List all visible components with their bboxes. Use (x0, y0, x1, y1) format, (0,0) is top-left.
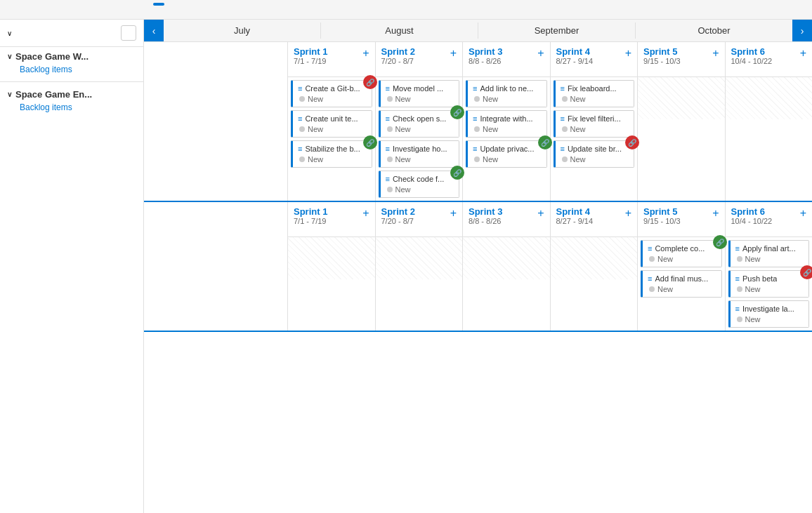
card-0-0-2[interactable]: 🔗 ≡ Stabilize the b... New (291, 140, 372, 168)
card-title-0-1-2: Investigate ho... (393, 145, 447, 153)
sprint-col-1-5: Sprint 6 10/4 - 10/22 + ≡ Apply final ar… (726, 202, 813, 331)
sprint-header-0-4: Sprint 5 9/15 - 10/3 + (638, 42, 725, 77)
sidebar-collapse-button[interactable] (121, 25, 136, 41)
sprint-add-button-0-4[interactable]: + (712, 48, 719, 59)
sprint-col-0-3: Sprint 4 8/27 - 9/14 + ≡ Fix leaboard...… (551, 42, 639, 201)
sprint-info-0-2: Sprint 3 8/8 - 8/26 (469, 46, 537, 65)
card-1-5-0[interactable]: ≡ Apply final art... New (728, 240, 810, 267)
sidebar-team-name-0[interactable]: ∨ Space Game W... (7, 51, 136, 62)
card-0-3-1[interactable]: ≡ Fix level filteri... New (554, 110, 635, 138)
sprint-header-1-2: Sprint 3 8/8 - 8/26 + (463, 202, 550, 237)
sprint-add-button-1-0[interactable]: + (362, 208, 369, 219)
team-row-0: Sprint 1 7/1 - 7/19 + 🔗 ≡ Create a Git-b… (144, 42, 812, 202)
prev-month-button[interactable]: ‹ (144, 20, 164, 41)
sprint-header-0-5: Sprint 6 10/4 - 10/22 + (726, 42, 813, 77)
card-title-row-1-4-1: ≡ Add final mus... (648, 274, 716, 283)
sprint-add-button-0-2[interactable]: + (537, 48, 544, 59)
sprint-col-0-2: Sprint 3 8/8 - 8/26 + ≡ Add link to ne..… (463, 42, 551, 201)
team-row-label-1 (144, 202, 288, 331)
sprint-add-button-0-0[interactable]: + (362, 48, 369, 59)
card-icon-1-5-2: ≡ (735, 305, 740, 313)
card-0-1-1[interactable]: 🔗 ≡ Check open s... New (379, 110, 460, 138)
sprint-name-1-4: Sprint 5 (643, 206, 712, 217)
card-icon-0-2-0: ≡ (473, 84, 477, 93)
card-title-row-0-0-1: ≡ Create unit te... (298, 114, 367, 123)
main-layout: ∨ ∨ Space Game W... Backlog items ∨ Spac… (0, 20, 812, 513)
card-1-4-1[interactable]: ≡ Add final mus... New (641, 270, 722, 298)
sprint-header-1-5: Sprint 6 10/4 - 10/22 + (726, 202, 813, 237)
card-title-1-5-0: Apply final art... (742, 244, 796, 253)
card-status-1-4-0: New (648, 255, 716, 263)
status-dot-0-1-3 (387, 187, 393, 192)
sidebar-team-collapse-icon-1: ∨ (7, 91, 12, 98)
card-0-3-0[interactable]: ≡ Fix leaboard... New (554, 80, 635, 107)
status-dot-0-0-0 (299, 96, 305, 102)
today-badge (153, 3, 164, 6)
card-1-4-0[interactable]: 🔗 ≡ Complete co... New (641, 240, 722, 267)
status-text-0-1-1: New (395, 125, 411, 133)
sprint-add-button-0-5[interactable]: + (800, 48, 806, 59)
status-text-1-5-1: New (745, 285, 761, 293)
sprint-dates-0-3: 8/27 - 9/14 (556, 57, 625, 65)
link-badge-0-0-0: 🔗 (363, 75, 377, 89)
card-status-0-1-3: New (386, 185, 454, 194)
card-status-0-1-1: New (386, 125, 454, 133)
sprint-add-button-0-3[interactable]: + (625, 48, 631, 59)
sprints-container-1: Sprint 1 7/1 - 7/19 + Sprint 2 7/20 - 8/… (288, 202, 812, 331)
sprint-name-0-2: Sprint 3 (469, 46, 537, 57)
card-0-1-2[interactable]: ≡ Investigate ho... New (379, 140, 460, 168)
card-status-0-1-0: New (386, 95, 454, 103)
card-icon-0-1-3: ≡ (386, 175, 390, 183)
sidebar-backlog-0[interactable]: Backlog items (7, 65, 136, 74)
sprint-cards-1-3 (551, 237, 638, 279)
card-0-3-2[interactable]: 🔗 ≡ Update site br... New (554, 140, 635, 168)
sprint-add-button-1-5[interactable]: + (800, 208, 806, 219)
card-0-2-1[interactable]: ≡ Integrate with... New (466, 110, 547, 138)
sprint-col-1-3: Sprint 4 8/27 - 9/14 + (551, 202, 639, 331)
card-title-0-2-2: Update privac... (480, 145, 534, 153)
card-0-1-3[interactable]: 🔗 ≡ Check code f... New (379, 171, 460, 198)
sprint-info-0-4: Sprint 5 9/15 - 10/3 (643, 46, 712, 65)
status-text-0-1-2: New (395, 155, 411, 164)
card-title-row-0-0-0: ≡ Create a Git-b... (298, 84, 367, 93)
card-0-0-1[interactable]: ≡ Create unit te... New (291, 110, 372, 138)
sprint-cards-0-2: ≡ Add link to ne... New ≡ Integrate with… (463, 77, 550, 171)
card-1-5-2[interactable]: ≡ Investigate la... New (728, 300, 810, 328)
card-0-2-2[interactable]: 🔗 ≡ Update privac... New (466, 140, 547, 168)
sprint-header-1-4: Sprint 5 9/15 - 10/3 + (638, 202, 725, 237)
sprint-col-1-4: Sprint 5 9/15 - 10/3 + 🔗 ≡ Complete co..… (638, 202, 726, 331)
card-title-row-1-5-0: ≡ Apply final art... (735, 244, 804, 253)
card-title-0-1-3: Check code f... (393, 175, 444, 183)
sprint-dates-1-1: 7/20 - 8/7 (381, 217, 450, 225)
card-title-row-0-1-1: ≡ Check open s... (386, 114, 454, 123)
status-text-0-3-0: New (570, 95, 586, 103)
card-title-1-5-2: Investigate la... (742, 305, 794, 313)
sidebar-team-name-1[interactable]: ∨ Space Game En... (7, 89, 136, 100)
sprint-add-button-1-3[interactable]: + (625, 208, 631, 219)
card-icon-0-0-2: ≡ (298, 145, 302, 153)
month-cells: JulyAugustSeptemberOctober (164, 22, 792, 39)
status-dot-0-3-0 (562, 96, 568, 102)
sprint-dates-0-5: 10/4 - 10/22 (731, 57, 800, 65)
sprint-cards-0-1: ≡ Move model ... New 🔗 ≡ Check open s...… (376, 77, 463, 201)
card-0-0-0[interactable]: 🔗 ≡ Create a Git-b... New (291, 80, 372, 107)
status-text-0-2-1: New (483, 125, 498, 133)
next-month-button[interactable]: › (792, 20, 812, 41)
card-0-2-0[interactable]: ≡ Add link to ne... New (466, 80, 547, 107)
sprint-name-0-3: Sprint 4 (556, 46, 625, 57)
sprint-add-button-1-1[interactable]: + (450, 208, 457, 219)
sprint-add-button-0-1[interactable]: + (450, 48, 457, 59)
sprint-dates-0-2: 8/8 - 8/26 (469, 57, 537, 65)
sprint-dates-1-5: 10/4 - 10/22 (731, 217, 800, 225)
sprint-add-button-1-4[interactable]: + (712, 208, 719, 219)
status-text-1-4-0: New (657, 255, 673, 263)
card-icon-0-3-0: ≡ (561, 84, 565, 93)
sprint-add-button-1-2[interactable]: + (537, 208, 544, 219)
sprint-info-1-5: Sprint 6 10/4 - 10/22 (731, 206, 800, 225)
card-1-5-1[interactable]: 🔗 ≡ Push beta New (728, 270, 810, 298)
card-icon-0-1-0: ≡ (386, 84, 390, 93)
card-icon-1-4-1: ≡ (648, 274, 652, 283)
card-0-1-0[interactable]: ≡ Move model ... New (379, 80, 460, 107)
sidebar-backlog-1[interactable]: Backlog items (7, 102, 136, 112)
card-status-0-2-2: New (473, 155, 542, 164)
